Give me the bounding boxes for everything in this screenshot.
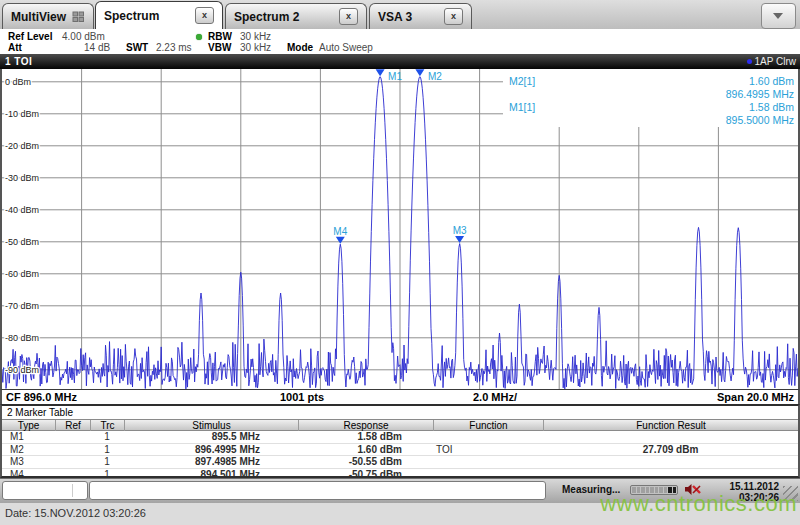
svg-text:0 dBm: 0 dBm — [5, 77, 31, 87]
window-title-bar: 1 TOI 1AP Clrw — [0, 54, 800, 69]
tab-overflow-dropdown-button[interactable] — [761, 3, 796, 29]
svg-text:-20 dBm: -20 dBm — [5, 141, 39, 151]
vbw-value[interactable]: 30 kHz — [240, 42, 271, 53]
vbw-label: VBW — [208, 42, 231, 53]
att-value[interactable]: 14 dB — [84, 42, 110, 53]
svg-text:1.58 dBm: 1.58 dBm — [749, 101, 794, 113]
col-trc: Trc — [90, 420, 124, 431]
trace-info[interactable]: 1AP Clrw — [747, 54, 797, 69]
chevron-down-icon — [773, 13, 783, 19]
marker-table-header: Type Ref Trc Stimulus Response Function … — [2, 419, 798, 431]
svg-text:M1: M1 — [388, 71, 402, 82]
hardcopy-date: Date: 15.NOV.2012 03:20:26 — [5, 507, 146, 519]
mode-label: Mode — [287, 42, 313, 53]
marker-table-title: 2 Marker Table — [2, 406, 798, 419]
svg-text:-70 dBm: -70 dBm — [5, 301, 39, 311]
svg-text:-30 dBm: -30 dBm — [5, 173, 39, 183]
svg-text:-90 dBm: -90 dBm — [5, 365, 39, 375]
col-type: Type — [2, 420, 55, 431]
trace-label: 1AP Clrw — [755, 56, 797, 67]
multiview-grid-icon — [72, 11, 85, 23]
close-icon[interactable]: x — [195, 7, 214, 24]
table-row[interactable]: M3 1 897.4985 MHz -50.55 dBm — [2, 456, 798, 469]
window-title: 1 TOI — [5, 54, 32, 69]
svg-text:M2[1]: M2[1] — [509, 75, 535, 87]
scale-per-div: 2.0 MHz/ — [462, 391, 528, 404]
tab-spectrum2-label: Spectrum 2 — [234, 10, 299, 24]
settings-bar: Ref Level 4.00 dBm RBW 30 kHz Att 14 dB … — [0, 29, 800, 54]
rbw-label: RBW — [208, 31, 232, 42]
att-label: Att — [8, 42, 22, 53]
tab-spectrum2[interactable]: Spectrum 2 x — [225, 3, 367, 29]
col-function-result: Function Result — [543, 420, 798, 431]
svg-text:M2: M2 — [428, 71, 442, 82]
svg-text:-60 dBm: -60 dBm — [5, 269, 39, 279]
mode-value[interactable]: Auto Sweep — [319, 42, 373, 53]
span-value[interactable]: Span 20.0 MHz — [717, 391, 794, 404]
marker-table-window: 2 Marker Table Type Ref Trc Stimulus Res… — [0, 404, 800, 478]
svg-text:895.5000 MHz: 895.5000 MHz — [726, 114, 794, 126]
analyzer-screen: MultiView Spectrum x Spectrum 2 x VSA 3 … — [0, 0, 800, 525]
col-function: Function — [433, 420, 543, 431]
svg-text:-50 dBm: -50 dBm — [5, 237, 39, 247]
tab-multiview[interactable]: MultiView — [2, 3, 94, 29]
svg-text:M4: M4 — [333, 226, 347, 237]
close-icon[interactable]: x — [444, 8, 463, 25]
frequency-axis-bar: CF 896.0 MHz 1001 pts 2.0 MHz/ Span 20.0… — [0, 389, 800, 404]
sweep-points: 1001 pts — [272, 391, 332, 404]
svg-text:896.4995 MHz: 896.4995 MHz — [726, 88, 794, 100]
sweep-status-led — [196, 34, 202, 40]
tab-multiview-label: MultiView — [11, 10, 66, 24]
svg-text:-80 dBm: -80 dBm — [5, 333, 39, 343]
tab-bar: MultiView Spectrum x Spectrum 2 x VSA 3 … — [0, 0, 800, 29]
rbw-value[interactable]: 30 kHz — [240, 31, 271, 42]
status-field-message — [89, 481, 546, 500]
swt-value[interactable]: 2.23 ms — [156, 42, 192, 53]
col-ref: Ref — [55, 420, 90, 431]
col-stimulus: Stimulus — [124, 420, 298, 431]
svg-text:-10 dBm: -10 dBm — [5, 109, 39, 119]
trace-dot-icon — [747, 59, 752, 64]
svg-text:M1[1]: M1[1] — [509, 101, 535, 113]
spectrum-plot[interactable]: M1M2M3M40 dBm-10 dBm-20 dBm-30 dBm-40 dB… — [0, 69, 800, 389]
table-row[interactable]: M2 1 896.4995 MHz 1.60 dBm TOI 27.709 dB… — [2, 444, 798, 457]
col-response: Response — [298, 420, 433, 431]
tab-vsa3[interactable]: VSA 3 x — [369, 3, 472, 29]
ref-level-value[interactable]: 4.00 dBm — [62, 31, 105, 42]
tab-spectrum-label: Spectrum — [104, 9, 159, 23]
tab-spectrum[interactable]: Spectrum x — [95, 1, 223, 29]
status-field-left — [2, 481, 88, 500]
svg-text:-40 dBm: -40 dBm — [5, 205, 39, 215]
swt-label: SWT — [126, 42, 148, 53]
ref-level-label: Ref Level — [8, 31, 52, 42]
spectrum-plot-svg: M1M2M3M40 dBm-10 dBm-20 dBm-30 dBm-40 dB… — [2, 69, 798, 389]
svg-text:M3: M3 — [453, 225, 467, 236]
close-icon[interactable]: x — [339, 8, 358, 25]
tab-vsa3-label: VSA 3 — [378, 10, 412, 24]
center-frequency[interactable]: CF 896.0 MHz — [6, 391, 77, 404]
svg-text:1.60 dBm: 1.60 dBm — [749, 75, 794, 87]
watermark-text: www.cntronics.com — [600, 491, 797, 517]
table-row[interactable]: M1 1 895.5 MHz 1.58 dBm — [2, 431, 798, 444]
